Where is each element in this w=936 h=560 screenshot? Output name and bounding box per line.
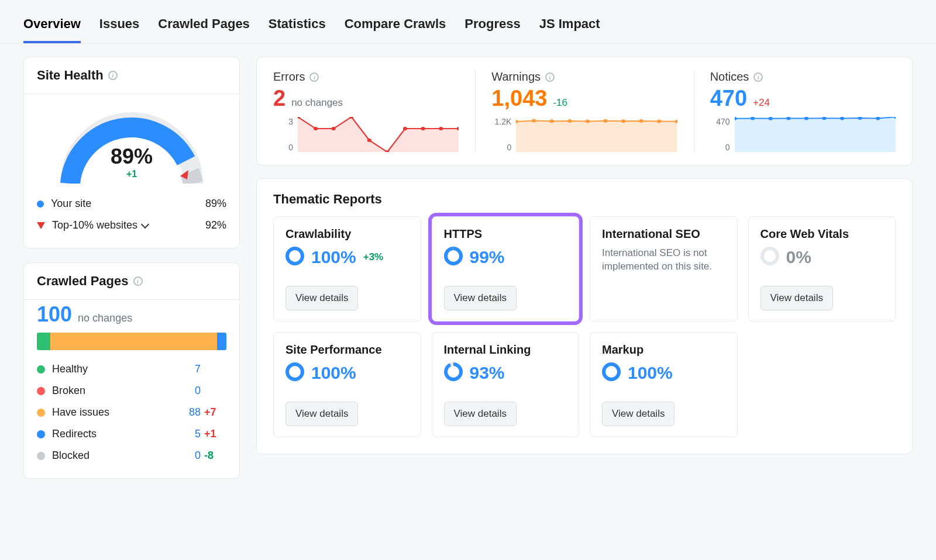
dot-icon xyxy=(37,365,45,374)
legend-top10[interactable]: Top-10% websites 92% xyxy=(37,215,226,236)
svg-point-5 xyxy=(367,139,371,142)
thematic-reports-title: Thematic Reports xyxy=(257,179,912,213)
tab-overview[interactable]: Overview xyxy=(23,16,81,43)
row-count: 88 xyxy=(177,406,201,419)
dot-icon xyxy=(37,201,44,208)
bar-segment xyxy=(37,333,50,350)
thematic-card-https: HTTPS99%View details xyxy=(432,216,580,322)
ring-icon xyxy=(760,247,779,268)
ring-icon xyxy=(285,362,304,383)
thematic-percent: 0% xyxy=(786,247,811,267)
tab-js-impact[interactable]: JS Impact xyxy=(539,16,600,43)
thematic-card-international-seo: International SEOInternational SEO is no… xyxy=(590,216,738,322)
crawled-row-redirects[interactable]: Redirects5+1 xyxy=(37,423,226,445)
info-icon[interactable]: i xyxy=(133,276,143,286)
crawled-row-healthy[interactable]: Healthy7 xyxy=(37,358,226,380)
triangle-down-icon xyxy=(37,222,45,229)
crawled-pages-list: Healthy7Broken0Have issues88+7Redirects5… xyxy=(24,358,239,478)
row-count: 7 xyxy=(177,363,201,375)
row-label: Blocked xyxy=(52,450,177,462)
metric-delta: -16 xyxy=(553,97,567,109)
view-details-button[interactable]: View details xyxy=(602,402,675,426)
legend-your-site: Your site 89% xyxy=(37,193,226,215)
legend-label: Your site xyxy=(51,198,205,210)
crawled-pages-total[interactable]: 100 xyxy=(37,302,72,327)
row-delta: +1 xyxy=(201,428,226,440)
svg-point-19 xyxy=(657,120,661,123)
chevron-down-icon xyxy=(141,220,149,228)
svg-point-34 xyxy=(446,248,461,264)
svg-point-17 xyxy=(621,119,625,123)
svg-point-18 xyxy=(639,119,644,123)
metric-value: 470 xyxy=(710,86,747,111)
info-icon[interactable]: i xyxy=(309,72,319,82)
thematic-card-markup: Markup100%View details xyxy=(590,332,738,437)
svg-point-40 xyxy=(446,364,461,379)
sparkline: 1.2K0 xyxy=(491,117,677,152)
crawled-row-have-issues[interactable]: Have issues88+7 xyxy=(37,402,226,423)
tab-compare-crawls[interactable]: Compare Crawls xyxy=(345,16,446,43)
dot-icon xyxy=(37,387,45,395)
metric-errors[interactable]: Errors i2no changes30 xyxy=(257,57,475,165)
svg-point-7 xyxy=(403,127,407,130)
view-details-button[interactable]: View details xyxy=(444,286,517,310)
info-icon[interactable]: i xyxy=(545,72,555,82)
crawled-pages-bar xyxy=(37,333,226,350)
tab-statistics[interactable]: Statistics xyxy=(269,16,326,43)
svg-point-42 xyxy=(604,364,619,379)
row-count: 0 xyxy=(177,450,201,462)
info-icon[interactable]: i xyxy=(753,72,763,82)
row-label: Healthy xyxy=(52,363,177,375)
thematic-name: Markup xyxy=(602,343,725,357)
thematic-value-row: 99% xyxy=(444,247,567,268)
crawled-pages-card: Crawled Pages i 100 no changes Healthy7B… xyxy=(23,262,240,479)
thematic-name: HTTPS xyxy=(444,227,567,241)
tab-issues[interactable]: Issues xyxy=(99,16,140,43)
row-label: Redirects xyxy=(52,428,177,440)
view-details-button[interactable]: View details xyxy=(285,286,358,310)
thematic-delta: +3% xyxy=(363,251,384,263)
svg-point-14 xyxy=(568,119,572,123)
thematic-reports-card: Thematic Reports Crawlability100%+3%View… xyxy=(256,178,913,454)
view-details-button[interactable]: View details xyxy=(285,402,358,426)
thematic-card-core-web-vitals: Core Web Vitals0%View details xyxy=(748,216,896,322)
row-label: Have issues xyxy=(52,406,177,419)
thematic-name: Site Performance xyxy=(285,343,409,357)
svg-point-32 xyxy=(287,248,302,264)
thematic-percent: 99% xyxy=(470,247,505,267)
svg-point-13 xyxy=(550,119,554,123)
thematic-value-row: 0% xyxy=(760,247,884,268)
row-delta: -8 xyxy=(201,450,226,462)
ring-icon xyxy=(444,362,463,383)
thematic-card-crawlability: Crawlability100%+3%View details xyxy=(273,216,421,322)
thematic-value-row: 100% xyxy=(602,362,725,383)
metric-title: Warnings i xyxy=(491,70,677,84)
metric-warnings[interactable]: Warnings i1,043-161.2K0 xyxy=(475,57,693,165)
legend-label: Top-10% websites xyxy=(52,219,205,231)
info-icon[interactable]: i xyxy=(108,71,118,80)
metric-notices[interactable]: Notices i470+244700 xyxy=(694,57,912,165)
thematic-value-row: 100%+3% xyxy=(285,247,409,268)
site-health-title-text: Site Health xyxy=(37,68,104,83)
site-health-card: Site Health i 89% +1 xyxy=(23,57,240,248)
site-health-score: 89% xyxy=(53,144,211,169)
view-details-button[interactable]: View details xyxy=(444,402,517,426)
tab-progress[interactable]: Progress xyxy=(464,16,520,43)
thematic-reports-grid: Crawlability100%+3%View detailsHTTPS99%V… xyxy=(257,213,912,454)
svg-point-12 xyxy=(532,119,536,123)
thematic-percent: 93% xyxy=(470,363,505,383)
crawled-row-broken[interactable]: Broken0 xyxy=(37,380,226,402)
view-details-button[interactable]: View details xyxy=(760,286,833,310)
tab-crawled-pages[interactable]: Crawled Pages xyxy=(158,16,250,43)
site-health-delta: +1 xyxy=(53,169,211,179)
bar-segment xyxy=(50,333,217,350)
thematic-name: International SEO xyxy=(602,227,725,241)
thematic-name: Crawlability xyxy=(285,227,409,241)
dot-icon xyxy=(37,409,45,417)
dot-icon xyxy=(37,452,45,460)
svg-point-9 xyxy=(439,127,443,130)
crawled-row-blocked[interactable]: Blocked0-8 xyxy=(37,445,226,466)
thematic-name: Internal Linking xyxy=(444,343,567,357)
thematic-percent: 100% xyxy=(628,363,673,383)
top-metrics-card: Errors i2no changes30Warnings i1,043-161… xyxy=(256,57,913,165)
